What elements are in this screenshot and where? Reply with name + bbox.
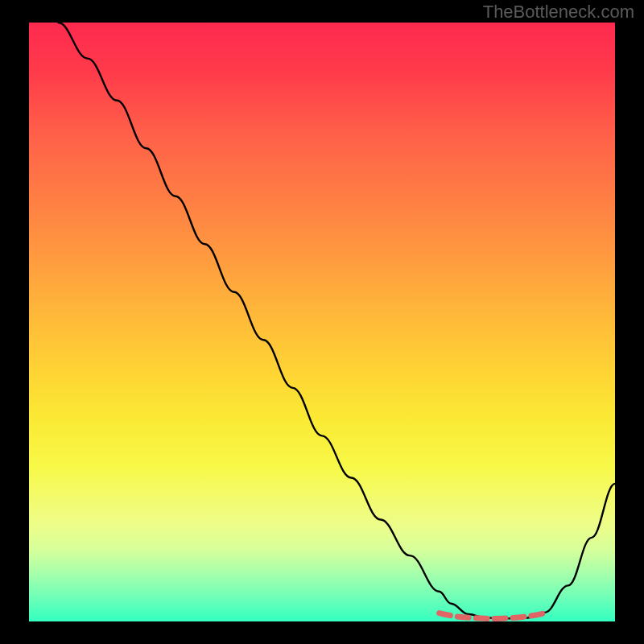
attribution-label: TheBottleneck.com [483, 2, 634, 23]
bottleneck-line-chart [29, 23, 615, 621]
curve-line [58, 23, 615, 618]
chart-plot-area [29, 23, 615, 621]
